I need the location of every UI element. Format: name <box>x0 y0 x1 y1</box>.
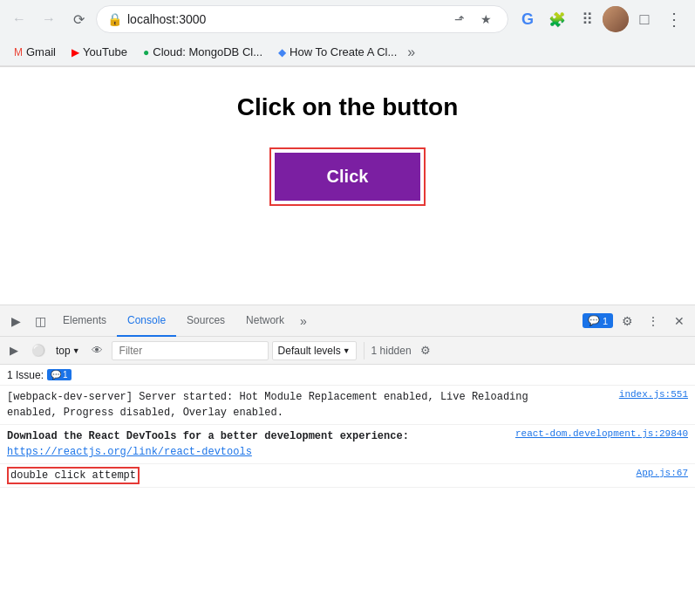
more-options-button[interactable]: ⋮ <box>660 5 688 33</box>
back-button[interactable]: ← <box>7 7 31 31</box>
tab-network-label: Network <box>246 314 284 326</box>
levels-chevron-icon: ▼ <box>343 346 351 355</box>
customize-button[interactable]: □ <box>630 5 658 33</box>
devtools-tabs-bar: ▶ ◫ Elements Console Sources Network » 💬… <box>0 305 695 337</box>
forward-button[interactable]: → <box>37 7 61 31</box>
tab-more-button[interactable]: » <box>295 305 312 337</box>
devtools-select-element-button[interactable]: ▶ <box>3 309 28 333</box>
bookmark-gmail[interactable]: M Gmail <box>7 43 63 61</box>
stop-recording-button[interactable]: ⚪ <box>28 340 49 361</box>
context-selector[interactable]: top ▼ <box>52 343 84 359</box>
console-entry-webpack: [webpack-dev-server] Server started: Hot… <box>0 386 695 425</box>
hidden-count: 1 hidden <box>371 345 412 357</box>
console-output: [webpack-dev-server] Server started: Hot… <box>0 386 695 616</box>
context-chevron-icon: ▼ <box>72 346 80 355</box>
devtools-promo-pre: Download the React DevTools for a better… <box>7 430 409 442</box>
context-label: top <box>56 345 71 357</box>
console-entry-devtools-source[interactable]: react-dom.development.js:29840 <box>515 428 688 439</box>
bookmark-gmail-label: Gmail <box>26 45 56 58</box>
tab-more-label: » <box>300 314 307 328</box>
issues-count-badge[interactable]: 💬 1 <box>47 369 72 380</box>
issues-chat-icon-small: 💬 <box>51 370 61 380</box>
webpack-text: [webpack-dev-server] Server started: Hot… <box>7 391 528 419</box>
levels-selector[interactable]: Default levels ▼ <box>272 341 357 360</box>
issues-label: 1 Issue: <box>7 369 44 381</box>
browser-chrome: ← → ⟳ 🔒 localhost:3000 ⬏ ★ G 🧩 ⠿ □ ⋮ <box>0 0 695 67</box>
browser-menu-buttons: G 🧩 ⠿ □ ⋮ <box>514 5 688 33</box>
issues-bar: 1 Issue: 💬 1 <box>0 365 695 386</box>
click-button[interactable]: Click <box>275 153 421 201</box>
console-entry-click: double click attempt App.js:67 <box>0 464 695 488</box>
bookmark-youtube[interactable]: ▶ YouTube <box>65 43 134 61</box>
extensions-button[interactable]: 🧩 <box>543 5 571 33</box>
nav-bar: ← → ⟳ 🔒 localhost:3000 ⬏ ★ G 🧩 ⠿ □ ⋮ <box>0 0 695 38</box>
gmail-icon: M <box>14 46 23 58</box>
howto-icon: ◆ <box>278 46 286 58</box>
levels-label: Default levels <box>278 345 341 357</box>
click-button-wrapper: Click <box>269 147 426 206</box>
tab-sources[interactable]: Sources <box>176 305 235 337</box>
console-entry-click-source[interactable]: App.js:67 <box>583 468 688 478</box>
share-button[interactable]: ⬏ <box>448 8 471 31</box>
devtools-panel: ▶ ◫ Elements Console Sources Network » 💬… <box>0 305 695 616</box>
issues-count: 1 <box>603 316 608 326</box>
bookmark-howto-label: How To Create A Cl... <box>290 45 397 58</box>
issues-chat-icon: 💬 <box>588 315 600 326</box>
bookmarks-bar: M Gmail ▶ YouTube ● Cloud: MongoDB Cl...… <box>0 38 695 66</box>
devtools-device-toggle-button[interactable]: ◫ <box>28 309 52 333</box>
console-entry-webpack-content: [webpack-dev-server] Server started: Hot… <box>7 389 576 421</box>
tab-elements[interactable]: Elements <box>52 305 117 337</box>
filter-input[interactable] <box>112 341 269 360</box>
mongodb-icon: ● <box>143 46 149 58</box>
tab-network[interactable]: Network <box>235 305 295 337</box>
reload-button[interactable]: ⟳ <box>66 7 91 31</box>
devtools-more-button[interactable]: ⋮ <box>641 309 665 333</box>
bookmark-button[interactable]: ★ <box>474 8 497 31</box>
issues-badge-count: 1 <box>63 370 68 380</box>
tab-elements-label: Elements <box>63 314 106 326</box>
address-actions: ⬏ ★ <box>448 8 497 31</box>
address-bar[interactable]: 🔒 localhost:3000 ⬏ ★ <box>96 5 508 33</box>
show-console-sidebar-button[interactable]: 👁 <box>87 340 108 361</box>
lock-icon: 🔒 <box>107 12 122 26</box>
page-heading: Click on the button <box>237 93 459 121</box>
google-account-button[interactable]: G <box>514 5 542 33</box>
bookmark-youtube-label: YouTube <box>83 45 127 58</box>
youtube-icon: ▶ <box>72 46 79 58</box>
toolbar-separator <box>364 342 365 359</box>
bookmark-howto[interactable]: ◆ How To Create A Cl... <box>271 43 404 61</box>
click-attempt-text: double click attempt <box>7 467 140 484</box>
issues-badge[interactable]: 💬 1 <box>583 313 613 328</box>
bookmark-mongodb[interactable]: ● Cloud: MongoDB Cl... <box>136 43 269 61</box>
console-settings-button[interactable]: ⚙ <box>415 340 436 361</box>
page-content: Click on the button Click <box>0 67 695 305</box>
bookmark-mongodb-label: Cloud: MongoDB Cl... <box>153 45 262 58</box>
console-entry-webpack-source[interactable]: index.js:551 <box>583 389 688 400</box>
console-entry-devtools-content: Download the React DevTools for a better… <box>7 428 508 460</box>
tab-console-label: Console <box>127 314 166 326</box>
console-entry-devtools: Download the React DevTools for a better… <box>0 425 695 464</box>
chrome-menu-button[interactable]: ⠿ <box>573 5 601 33</box>
devtools-right-controls: 💬 1 ⚙ ⋮ ✕ <box>583 309 692 333</box>
devtools-close-button[interactable]: ✕ <box>667 309 692 333</box>
devtools-settings-button[interactable]: ⚙ <box>615 309 639 333</box>
clear-console-button[interactable]: ▶ <box>3 340 24 361</box>
address-url: localhost:3000 <box>127 12 443 26</box>
profile-button[interactable] <box>603 6 629 32</box>
devtools-promo-link[interactable]: https://reactjs.org/link/react-devtools <box>7 446 252 458</box>
tab-console[interactable]: Console <box>117 305 176 337</box>
bookmarks-more[interactable]: » <box>407 44 415 60</box>
console-entry-click-content: double click attempt <box>7 468 576 483</box>
devtools-toolbar: ▶ ⚪ top ▼ 👁 Default levels ▼ 1 hidden ⚙ <box>0 337 695 365</box>
tab-sources-label: Sources <box>187 314 225 326</box>
